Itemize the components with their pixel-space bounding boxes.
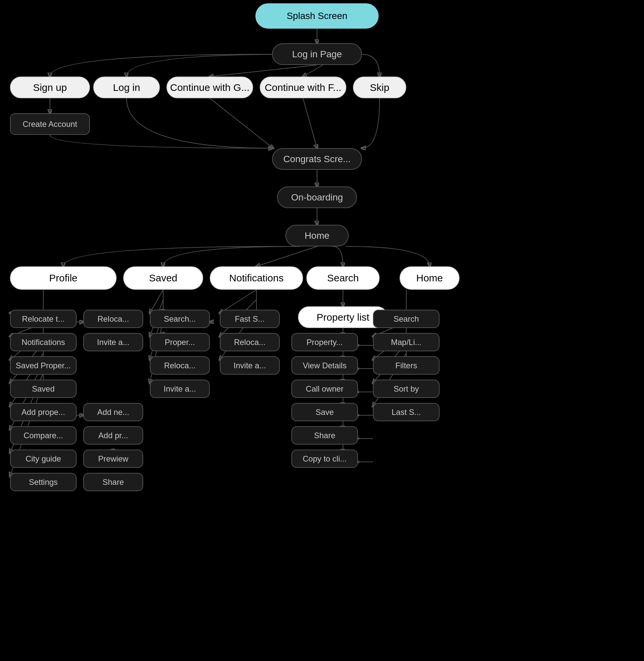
home-main-label: Home <box>305 230 330 241</box>
last-s-node[interactable]: Last S... <box>373 403 440 421</box>
reloca4-node[interactable]: Reloca... <box>220 333 280 351</box>
signup-node: Sign up <box>10 76 90 98</box>
share2-node[interactable]: Share <box>291 426 358 445</box>
fast-s-label: Fast S... <box>235 314 264 324</box>
add-pr-label: Add pr... <box>98 431 128 440</box>
share-label: Share <box>102 478 124 487</box>
filters-label: Filters <box>395 361 417 370</box>
search2-node[interactable]: Search... <box>150 310 210 328</box>
reloca4-label: Reloca... <box>234 338 266 347</box>
settings-node[interactable]: Settings <box>10 473 76 491</box>
compare-node[interactable]: Compare... <box>10 426 76 445</box>
copy-to-cli-label: Copy to cli... <box>303 454 347 463</box>
create-account-node: Create Account <box>10 113 90 135</box>
reloca3-label: Reloca... <box>164 361 196 370</box>
add-ne-label: Add ne... <box>97 408 129 417</box>
continue-g-node: Continue with G... <box>166 76 253 98</box>
onboarding-node: On-boarding <box>277 186 357 208</box>
share-node[interactable]: Share <box>83 473 143 491</box>
login-page-node: Log in Page <box>272 43 362 65</box>
invite-a3-node[interactable]: Invite a... <box>220 356 280 374</box>
svg-line-8 <box>256 246 317 267</box>
map-li-node[interactable]: Map/Li... <box>373 333 440 351</box>
home-main-node: Home <box>285 225 349 246</box>
onboarding-label: On-boarding <box>291 192 343 203</box>
congrats-label: Congrats Scre... <box>283 154 351 164</box>
reloca2-label: Reloca... <box>97 314 129 324</box>
proper-node[interactable]: Proper... <box>150 333 210 351</box>
notifications-label: Notifications <box>229 272 283 284</box>
last-s-label: Last S... <box>392 408 421 417</box>
reloca3-node[interactable]: Reloca... <box>150 356 210 374</box>
share2-label: Share <box>314 431 335 440</box>
login-btn-node: Log in <box>93 76 160 98</box>
add-pr-node[interactable]: Add pr... <box>83 426 143 445</box>
sort-by-label: Sort by <box>394 384 419 394</box>
relocate-t-node[interactable]: Relocate t... <box>10 310 76 328</box>
login-btn-label: Log in <box>113 82 140 93</box>
home-tab-label: Home <box>416 272 443 284</box>
skip-label: Skip <box>370 82 389 93</box>
proper-label: Proper... <box>165 338 195 347</box>
congrats-node: Congrats Scre... <box>272 148 362 170</box>
search-home-label: Search <box>394 314 419 324</box>
saved2-label: Saved <box>32 384 54 394</box>
continue-f-node: Continue with F... <box>260 76 346 98</box>
city-guide-label: City guide <box>26 454 61 463</box>
create-account-label: Create Account <box>23 119 77 129</box>
saved-node[interactable]: Saved <box>123 267 203 290</box>
reloca2-node[interactable]: Reloca... <box>83 310 143 328</box>
invite-a3-label: Invite a... <box>233 361 266 370</box>
sort-by-node[interactable]: Sort by <box>373 380 440 398</box>
saved-proper-label: Saved Proper... <box>16 361 71 370</box>
profile-label: Profile <box>49 272 77 284</box>
property-d-label: Property... <box>307 338 343 347</box>
copy-to-cli-node[interactable]: Copy to cli... <box>291 450 358 468</box>
view-details-node[interactable]: View Details <box>291 356 358 374</box>
invite-a-node[interactable]: Invite a... <box>83 333 143 351</box>
save-node[interactable]: Save <box>291 403 358 421</box>
search-home-node[interactable]: Search <box>373 310 440 328</box>
profile-node[interactable]: Profile <box>10 267 117 290</box>
signup-label: Sign up <box>33 82 67 93</box>
search-node[interactable]: Search <box>306 267 380 290</box>
notifications2-label: Notifications <box>22 338 65 347</box>
svg-line-2 <box>303 65 323 76</box>
fast-s-node[interactable]: Fast S... <box>220 310 280 328</box>
notifications-node[interactable]: Notifications <box>210 267 303 290</box>
add-prope-label: Add prope... <box>22 408 65 417</box>
saved2-node[interactable]: Saved <box>10 380 76 398</box>
continue-f-label: Continue with F... <box>265 82 341 93</box>
svg-line-5 <box>303 98 317 148</box>
search2-label: Search... <box>164 314 196 324</box>
saved-proper-node[interactable]: Saved Proper... <box>10 356 76 374</box>
saved-label: Saved <box>149 272 177 284</box>
call-owner-node[interactable]: Call owner <box>291 380 358 398</box>
prewiew-label: Prewiew <box>98 454 129 463</box>
compare-label: Compare... <box>24 431 63 440</box>
splash-screen-node: Splash Screen <box>255 3 378 29</box>
splash-screen-label: Splash Screen <box>287 11 347 21</box>
call-owner-label: Call owner <box>306 384 343 394</box>
city-guide-node[interactable]: City guide <box>10 450 76 468</box>
svg-line-1 <box>210 65 317 76</box>
svg-line-4 <box>210 98 273 148</box>
notifications2-node[interactable]: Notifications <box>10 333 76 351</box>
view-details-label: View Details <box>303 361 347 370</box>
property-d-node[interactable]: Property... <box>291 333 358 351</box>
search-label: Search <box>327 272 359 284</box>
add-prope-node[interactable]: Add prope... <box>10 403 76 421</box>
add-ne-node[interactable]: Add ne... <box>83 403 143 421</box>
invite-a2-node[interactable]: Invite a... <box>150 380 210 398</box>
settings-label: Settings <box>29 478 58 487</box>
save-label: Save <box>316 408 334 417</box>
invite-a2-label: Invite a... <box>163 384 196 394</box>
continue-g-label: Continue with G... <box>170 82 249 93</box>
skip-node: Skip <box>353 76 406 98</box>
map-li-label: Map/Li... <box>391 338 421 347</box>
property-list-label: Property list <box>317 312 369 323</box>
prewiew-node[interactable]: Prewiew <box>83 450 143 468</box>
filters-node[interactable]: Filters <box>373 356 440 374</box>
home-tab-node[interactable]: Home <box>399 267 460 290</box>
login-page-label: Log in Page <box>292 49 342 60</box>
